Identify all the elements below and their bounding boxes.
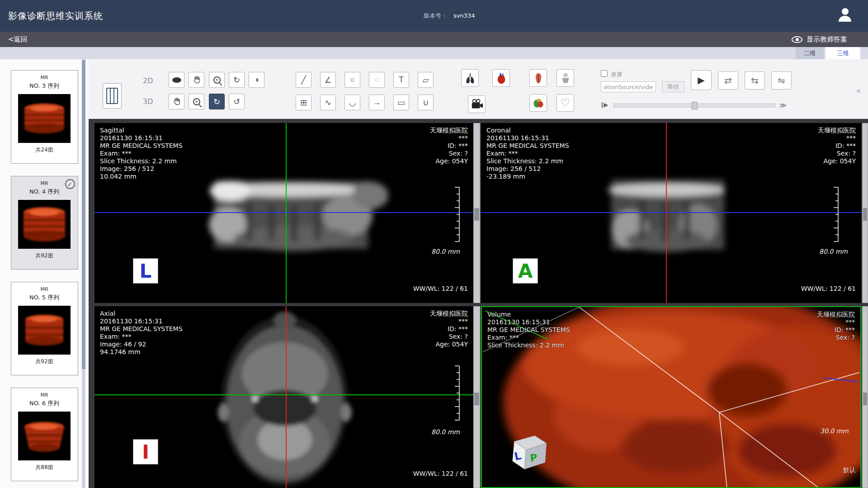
slice-scrollbar[interactable] bbox=[473, 123, 480, 303]
viewport-sagittal[interactable]: Sagittal 20161130 16:15:31 MR GE MEDICAL… bbox=[94, 123, 473, 303]
roi-box-button[interactable]: ⊞ bbox=[296, 95, 311, 110]
scale-ruler bbox=[453, 186, 460, 242]
loop-button[interactable]: ⇄ bbox=[718, 71, 738, 90]
dashed-circle-button[interactable]: ◌ bbox=[369, 72, 385, 88]
topbar: 影像诊断思维实训系统 版本号：svn334 bbox=[0, 0, 868, 32]
viewport-volume[interactable]: L P Volume 20161130 16:15:31 MR GE MEDIC… bbox=[481, 306, 861, 488]
pan-3d-button[interactable] bbox=[169, 94, 184, 109]
view-title: Sagittal bbox=[100, 127, 183, 134]
image-index: Image: 256 / 512 bbox=[486, 165, 569, 173]
cine-slider-thumb[interactable] bbox=[692, 102, 698, 109]
slice-scrollbar[interactable] bbox=[862, 306, 868, 488]
viewport-axial[interactable]: Axial 20161130 16:15:31 MR GE MEDICAL SY… bbox=[94, 306, 473, 488]
crosshair-horizontal-blue[interactable] bbox=[94, 212, 473, 213]
tab-2d[interactable]: 二维 bbox=[796, 47, 824, 59]
series-item-3[interactable]: MR NO. 3 序列 共24图 bbox=[11, 70, 78, 164]
crosshair-horizontal-blue[interactable] bbox=[481, 212, 861, 213]
dicom-info-right: 天堰模拟医院 *** ID: *** Sex: ? bbox=[817, 311, 855, 341]
preset-default-label[interactable]: 默认 bbox=[843, 466, 856, 474]
slice-scrollbar[interactable] bbox=[862, 123, 868, 303]
roi-box-icon: ⊞ bbox=[300, 98, 307, 108]
ruler-button[interactable]: ╱ bbox=[296, 72, 311, 88]
patient-anon: *** bbox=[818, 134, 856, 142]
heart-outline-button[interactable]: ♡ bbox=[557, 94, 574, 112]
slider-end-icon[interactable]: ≫ bbox=[779, 101, 787, 109]
slice-scrollbar-thumb[interactable] bbox=[474, 393, 479, 405]
play-button[interactable]: ▶ bbox=[691, 70, 712, 90]
series-sidebar: MR NO. 3 序列 共24图 ✓ MR NO. 4 序列 共92图 MR N… bbox=[0, 59, 89, 488]
user-avatar-icon[interactable] bbox=[835, 7, 854, 26]
heart-3d-button[interactable] bbox=[492, 69, 510, 87]
slice-thickness: Slice Thickness: 2.2 mm bbox=[487, 341, 570, 349]
slice-scrollbar-thumb[interactable] bbox=[474, 208, 479, 221]
image-index: Image: 256 / 512 bbox=[100, 165, 183, 173]
medical-imaging-app: 影像诊断思维实训系统 版本号：svn334 <返回 显示教师答案 二维 三维 M… bbox=[0, 0, 868, 488]
layout-button[interactable] bbox=[103, 83, 122, 109]
lungs-button[interactable] bbox=[461, 69, 479, 87]
magnifier-icon: + bbox=[213, 76, 221, 84]
crosshair-horizontal-green[interactable] bbox=[94, 394, 473, 395]
exam-label: Exam: *** bbox=[100, 150, 183, 157]
slice-position: -23.189 mm bbox=[486, 173, 569, 180]
path-button[interactable]: 路径 bbox=[662, 81, 684, 92]
slice-position: 94.1746 mm bbox=[100, 348, 183, 356]
angle-button[interactable]: ∠ bbox=[320, 72, 336, 88]
zoom-3d-button[interactable]: + bbox=[189, 94, 204, 109]
collapse-toolbar-icon[interactable]: « bbox=[856, 86, 861, 95]
larynx-button[interactable] bbox=[529, 69, 547, 87]
camera-button[interactable] bbox=[468, 95, 486, 113]
record-screen-checkbox[interactable] bbox=[601, 70, 608, 77]
back-button[interactable]: <返回 bbox=[8, 32, 28, 47]
polyline-button[interactable]: ∿ bbox=[320, 95, 336, 110]
zoom-2d-button[interactable]: + bbox=[209, 72, 225, 88]
arrow-button[interactable]: → bbox=[369, 95, 385, 110]
crosshair-vertical-green[interactable] bbox=[286, 123, 287, 303]
reset-3d-button[interactable]: ↺ bbox=[229, 94, 245, 109]
viewport-coronal[interactable]: Coronal 20161130 16:15:31 MR GE MEDICAL … bbox=[481, 123, 861, 303]
contrast-button[interactable]: ◑ bbox=[249, 72, 264, 88]
curve-button[interactable]: ◡ bbox=[344, 95, 360, 110]
organ-color-button[interactable] bbox=[529, 94, 547, 112]
rotate-3d-button[interactable]: ↻ bbox=[209, 94, 225, 109]
eraser-button[interactable]: ▱ bbox=[418, 72, 434, 88]
heart-icon bbox=[495, 71, 508, 85]
show-teacher-answer-button[interactable]: 显示教师答案 bbox=[792, 32, 847, 47]
rotate-icon: ↻ bbox=[213, 97, 220, 107]
cine-slider-track[interactable] bbox=[613, 104, 775, 107]
series-item-5[interactable]: MR NO. 5 序列 共92图 bbox=[11, 282, 78, 375]
record-screen-label: 录屏 bbox=[611, 71, 623, 79]
swap-button[interactable]: ⇆ bbox=[745, 71, 765, 90]
series-modality: MR bbox=[11, 71, 78, 82]
cobb-angle-button[interactable]: ∪ bbox=[418, 95, 434, 110]
series-item-6[interactable]: MR NO. 6 序列 共88图 bbox=[11, 388, 78, 481]
body-button[interactable] bbox=[557, 69, 574, 87]
crosshair-vertical-red[interactable] bbox=[666, 123, 667, 303]
study-datetime: 20161130 16:15:31 bbox=[487, 318, 570, 326]
contrast-icon: ◑ bbox=[254, 75, 259, 85]
angle-icon: ∠ bbox=[324, 75, 331, 85]
patient-sex: Sex: ? bbox=[430, 333, 468, 341]
version-label: 版本号： bbox=[424, 12, 447, 19]
rotate-2d-button[interactable]: ↻ bbox=[229, 72, 245, 88]
tab-3d[interactable]: 三维 bbox=[826, 47, 860, 59]
ruler-icon: ╱ bbox=[301, 75, 306, 85]
series-thumbnail bbox=[18, 412, 71, 460]
slice-scrollbar-thumb[interactable] bbox=[863, 393, 867, 405]
series-item-4[interactable]: ✓ MR NO. 4 序列 共92图 bbox=[11, 176, 78, 270]
sidebar-scrollbar[interactable] bbox=[82, 59, 85, 488]
orientation-marker: I bbox=[133, 439, 158, 464]
view-title: Axial bbox=[100, 310, 183, 317]
slider-start-icon[interactable]: ‖▶ bbox=[601, 101, 609, 108]
crosshair-vertical-red[interactable] bbox=[286, 306, 287, 488]
pan-2d-button[interactable] bbox=[189, 72, 204, 88]
cobb-angle-icon: ∪ bbox=[423, 98, 429, 108]
ellipse-roi-button[interactable]: ○ bbox=[344, 72, 360, 88]
video-path-input[interactable] bbox=[601, 81, 656, 92]
sidebar-scrollbar-thumb[interactable] bbox=[82, 60, 85, 369]
slice-scrollbar-thumb[interactable] bbox=[863, 208, 867, 221]
slice-scrollbar[interactable] bbox=[473, 306, 480, 488]
window-level-button[interactable] bbox=[169, 72, 184, 88]
text-annotation-button[interactable]: T bbox=[393, 72, 409, 88]
annotation-button[interactable]: ▭ bbox=[393, 95, 409, 110]
exchange-button[interactable]: ⇋ bbox=[771, 71, 792, 90]
